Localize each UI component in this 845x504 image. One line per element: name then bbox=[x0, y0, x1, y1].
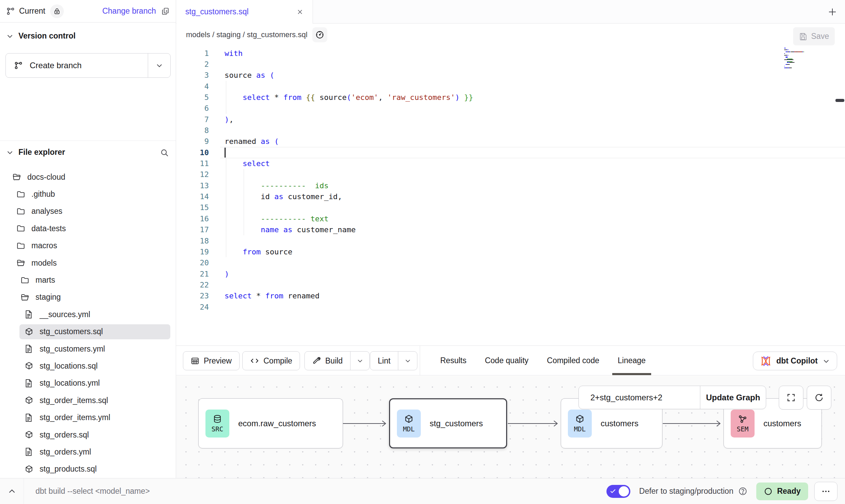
file-item-models[interactable]: models bbox=[0, 254, 176, 271]
code-line-12[interactable]: 12 bbox=[176, 169, 845, 180]
code-line-14[interactable]: 14 id as customer_id, bbox=[176, 191, 845, 202]
lint-dropdown[interactable] bbox=[398, 352, 417, 370]
tab-compiled-code[interactable]: Compiled code bbox=[547, 346, 599, 375]
file-name: stg_order_items.yml bbox=[40, 413, 110, 422]
lineage-panel[interactable]: SRC ecom.raw_customers MDL stg_customers… bbox=[176, 376, 845, 478]
file-item-stg_products.sql[interactable]: stg_products.sql bbox=[0, 461, 176, 478]
code-line-15[interactable]: 15 bbox=[176, 202, 845, 213]
copy-icon[interactable] bbox=[161, 7, 170, 15]
file-item-stg_customers.sql[interactable]: stg_customers.sql bbox=[0, 323, 176, 340]
file-item-.github[interactable]: .github bbox=[0, 186, 176, 203]
line-number: 20 bbox=[176, 258, 209, 267]
file-item-stg_order_items.yml[interactable]: stg_order_items.yml bbox=[0, 409, 176, 426]
change-branch-link[interactable]: Change branch bbox=[102, 6, 156, 16]
save-button[interactable]: Save bbox=[793, 27, 835, 45]
line-number: 10 bbox=[176, 148, 209, 157]
node-label: stg_customers bbox=[430, 419, 493, 428]
code-line-17[interactable]: 17 name as customer_name bbox=[176, 224, 845, 235]
code-line-20[interactable]: 20 bbox=[176, 257, 845, 268]
file-item-macros[interactable]: macros bbox=[0, 237, 176, 254]
code-text: ) bbox=[225, 270, 229, 278]
code-line-13[interactable]: 13 ---------- ids bbox=[176, 180, 845, 191]
file-item-__sources.yml[interactable]: __sources.yml bbox=[0, 306, 176, 323]
gauge-icon[interactable] bbox=[312, 27, 327, 42]
defer-toggle[interactable] bbox=[606, 485, 630, 498]
copilot-label: dbt Copilot bbox=[776, 356, 818, 366]
update-graph-button[interactable]: Update Graph bbox=[700, 386, 766, 409]
line-number: 17 bbox=[176, 225, 209, 234]
help-icon[interactable] bbox=[738, 487, 747, 496]
expand-panel-button[interactable] bbox=[0, 478, 24, 504]
create-branch-button[interactable]: Create branch bbox=[5, 53, 171, 78]
compile-button[interactable]: Compile bbox=[242, 351, 300, 370]
check-icon bbox=[610, 488, 616, 494]
code-line-8[interactable]: 8 bbox=[176, 125, 845, 136]
refresh-button[interactable] bbox=[807, 386, 831, 410]
code-line-21[interactable]: 21) bbox=[176, 268, 845, 279]
code-line-10[interactable]: 10 bbox=[176, 147, 845, 158]
code-line-2[interactable]: 2 bbox=[176, 59, 845, 70]
fullscreen-button[interactable] bbox=[779, 386, 803, 410]
file-item-stg_orders.yml[interactable]: stg_orders.yml bbox=[0, 443, 176, 460]
result-tabs: Results Code quality Compiled code Linea… bbox=[440, 346, 646, 375]
dbt-copilot-button[interactable]: dbt Copilot bbox=[753, 352, 837, 370]
tab-code-quality[interactable]: Code quality bbox=[485, 346, 529, 375]
file-item-stg_orders.sql[interactable]: stg_orders.sql bbox=[0, 426, 176, 443]
file-item-stg_customers.yml[interactable]: stg_customers.yml bbox=[0, 340, 176, 357]
close-icon[interactable] bbox=[296, 8, 304, 16]
code-line-11[interactable]: 11 select bbox=[176, 158, 845, 169]
code-line-9[interactable]: 9renamed as ( bbox=[176, 136, 845, 147]
file-item-stg_locations.sql[interactable]: stg_locations.sql bbox=[0, 357, 176, 374]
lineage-node-stg-customers[interactable]: MDL stg_customers bbox=[389, 398, 507, 448]
branch-bar: Current Change branch bbox=[0, 0, 176, 23]
line-number: 12 bbox=[176, 170, 209, 179]
code-editor[interactable]: 1with23source as (45 select * from {{ so… bbox=[176, 46, 845, 345]
build-button[interactable]: Build bbox=[304, 351, 370, 370]
file-item-marts[interactable]: marts bbox=[0, 271, 176, 288]
tab-stg-customers-sql[interactable]: stg_customers.sql bbox=[176, 0, 313, 24]
code-line-22[interactable]: 22 bbox=[176, 279, 845, 290]
file-item-stg_locations.yml[interactable]: stg_locations.yml bbox=[0, 375, 176, 392]
new-tab-button[interactable] bbox=[826, 5, 839, 18]
build-label: Build bbox=[325, 356, 343, 366]
file-item-analyses[interactable]: analyses bbox=[0, 203, 176, 220]
file-item-staging[interactable]: staging bbox=[0, 289, 176, 306]
create-branch-dropdown[interactable] bbox=[148, 54, 170, 77]
status-badge[interactable]: Ready bbox=[756, 483, 808, 500]
code-line-7[interactable]: 7), bbox=[176, 114, 845, 125]
line-number: 19 bbox=[176, 248, 209, 256]
version-control-header[interactable]: Version control bbox=[0, 31, 176, 41]
code-line-6[interactable]: 6 bbox=[176, 103, 845, 114]
more-options-button[interactable] bbox=[814, 482, 837, 501]
code-line-1[interactable]: 1with bbox=[176, 48, 845, 59]
preview-button[interactable]: Preview bbox=[183, 351, 240, 370]
tab-lineage[interactable]: Lineage bbox=[618, 346, 646, 375]
code-line-24[interactable]: 24 bbox=[176, 301, 845, 312]
code-line-16[interactable]: 16 ---------- text bbox=[176, 213, 845, 224]
lineage-node-source[interactable]: SRC ecom.raw_customers bbox=[198, 398, 343, 448]
lint-button[interactable]: Lint bbox=[370, 351, 417, 370]
minimap[interactable] bbox=[784, 48, 822, 69]
code-line-18[interactable]: 18 bbox=[176, 235, 845, 246]
code-line-5[interactable]: 5 select * from {{ source('ecom', 'raw_c… bbox=[176, 92, 845, 103]
breadcrumb-row: models / staging / stg_customers.sql Sav… bbox=[176, 24, 845, 46]
code-line-3[interactable]: 3source as ( bbox=[176, 70, 845, 81]
file-item-data-tests[interactable]: data-tests bbox=[0, 220, 176, 237]
folder-icon bbox=[16, 224, 25, 233]
editor-tab-strip: stg_customers.sql bbox=[176, 0, 845, 24]
file-item-docs-cloud[interactable]: docs-cloud bbox=[0, 168, 176, 186]
command-input[interactable]: dbt build --select <model_name> bbox=[35, 487, 150, 496]
lineage-graph-controls: 2+stg_customers+2 Update Graph bbox=[578, 386, 766, 409]
lineage-selector-input[interactable]: 2+stg_customers+2 bbox=[579, 386, 700, 409]
code-line-23[interactable]: 23select * from renamed bbox=[176, 291, 845, 301]
code-line-19[interactable]: 19 from source bbox=[176, 246, 845, 257]
build-dropdown[interactable] bbox=[350, 352, 369, 370]
file-item-stg_order_items.sql[interactable]: stg_order_items.sql bbox=[0, 392, 176, 409]
tab-results[interactable]: Results bbox=[440, 346, 467, 375]
database-icon bbox=[213, 414, 222, 424]
file-explorer-header[interactable]: File explorer bbox=[0, 148, 176, 157]
code-line-4[interactable]: 4 bbox=[176, 81, 845, 92]
search-icon[interactable] bbox=[160, 148, 169, 157]
chevron-down-icon bbox=[6, 149, 14, 156]
scrollbar-thumb[interactable] bbox=[835, 99, 844, 102]
